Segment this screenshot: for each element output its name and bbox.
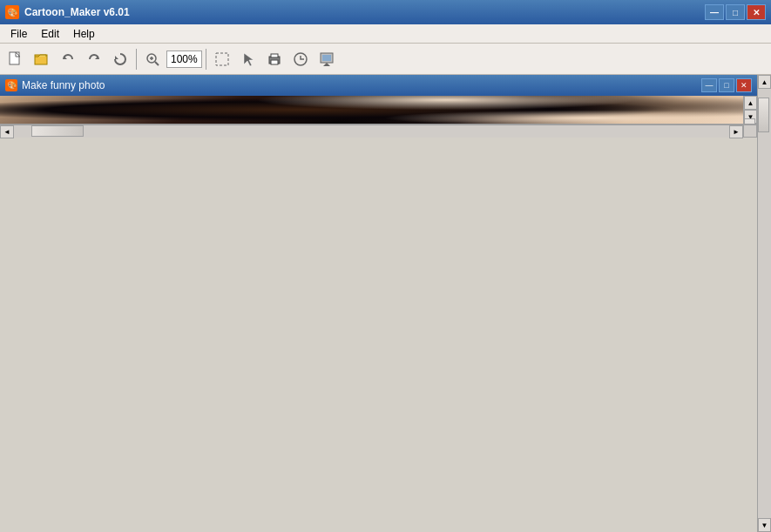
- menu-file[interactable]: File: [3, 26, 34, 42]
- inner-maximize-button[interactable]: □: [719, 78, 734, 92]
- global-v-scrollbar: ▲ ▼: [757, 75, 771, 532]
- app-icon: 🎨: [5, 5, 19, 19]
- menu-edit[interactable]: Edit: [34, 26, 66, 42]
- main-area: 🎨 Make funny photo — □ ✕ Tools: [0, 75, 771, 532]
- canvas-with-scrollbar: Tools ▲ Distort Twist Sketch ▲: [0, 96, 757, 124]
- global-scroll-track[interactable]: [758, 89, 771, 518]
- scroll-track-h[interactable]: [14, 125, 729, 138]
- separator-1: [136, 49, 137, 70]
- h-scrollbar-row: ◄ ►: [0, 124, 757, 138]
- inner-title-bar: 🎨 Make funny photo — □ ✕: [0, 75, 757, 96]
- inner-close-button[interactable]: ✕: [736, 78, 752, 92]
- scrollbar-corner: [743, 125, 757, 138]
- title-bar: 🎨 Cartoon_Maker v6.01 — □ ✕: [0, 0, 771, 24]
- redo-button[interactable]: [82, 47, 106, 71]
- svg-rect-16: [322, 55, 331, 61]
- new-button[interactable]: [3, 47, 28, 71]
- maximize-button[interactable]: □: [726, 4, 745, 20]
- canvas-area: Tools ▲ Distort Twist Sketch ▲: [0, 96, 743, 124]
- minimize-button[interactable]: —: [705, 4, 724, 20]
- print-button[interactable]: [262, 47, 287, 71]
- svg-rect-13: [271, 54, 278, 57]
- global-scroll-thumb[interactable]: [758, 98, 769, 132]
- close-button[interactable]: ✕: [747, 4, 766, 20]
- export-button[interactable]: [314, 47, 339, 71]
- scroll-left-button[interactable]: ◄: [0, 125, 14, 138]
- update-button[interactable]: [288, 47, 313, 71]
- inner-app-icon: 🎨: [5, 79, 17, 91]
- global-scroll-up[interactable]: ▲: [758, 75, 771, 89]
- scroll-thumb-h[interactable]: [31, 125, 84, 137]
- inner-window: 🎨 Make funny photo — □ ✕ Tools: [0, 75, 757, 532]
- separator-2: [206, 49, 206, 70]
- toolbar: 100%: [0, 44, 771, 75]
- scroll-right-button[interactable]: ►: [729, 125, 743, 138]
- photo-canvas[interactable]: [0, 96, 743, 124]
- app-title: Cartoon_Maker v6.01: [24, 6, 705, 18]
- select-button[interactable]: [210, 47, 234, 71]
- undo-button[interactable]: [56, 47, 80, 71]
- menu-help[interactable]: Help: [66, 26, 102, 42]
- open-button[interactable]: [30, 47, 54, 71]
- scroll-thumb-v[interactable]: [744, 118, 755, 124]
- zoom-level: 100%: [166, 51, 202, 68]
- global-scroll-down[interactable]: ▼: [758, 518, 771, 532]
- canvas-v-scrollbar: ▲ ▼: [743, 96, 757, 124]
- svg-rect-9: [216, 53, 228, 65]
- menu-bar: File Edit Help: [0, 24, 771, 44]
- scroll-up-button[interactable]: ▲: [744, 96, 757, 110]
- cursor-button[interactable]: [236, 47, 260, 71]
- zoom-in-button[interactable]: [140, 47, 165, 71]
- svg-marker-10: [244, 53, 254, 66]
- canvas-h-scrollbar: ◄ ►: [0, 125, 743, 138]
- refresh-button[interactable]: [108, 47, 132, 71]
- svg-line-8: [155, 62, 159, 65]
- svg-rect-12: [271, 60, 278, 64]
- inner-minimize-button[interactable]: —: [701, 78, 717, 92]
- inner-window-title: Make funny photo: [22, 79, 701, 91]
- svg-marker-17: [323, 63, 330, 66]
- inner-window-controls: — □ ✕: [701, 78, 752, 92]
- svg-marker-4: [115, 56, 118, 59]
- window-controls: — □ ✕: [705, 4, 766, 20]
